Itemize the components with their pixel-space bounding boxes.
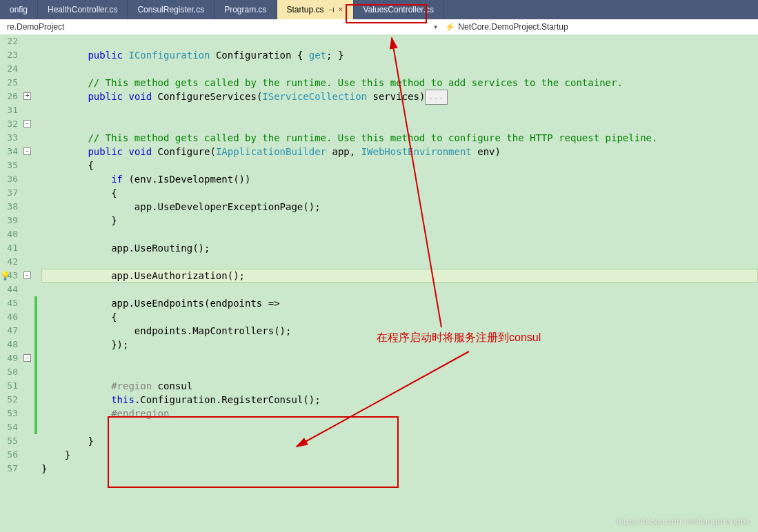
- line-number: 52: [0, 393, 18, 407]
- breadcrumb-bar: re.DemoProject ▼ ⚡ NetCore.DemoProject.S…: [0, 19, 758, 34]
- fold-toggle[interactable]: -: [23, 120, 31, 127]
- line-number: 53: [0, 407, 18, 420]
- code-line[interactable]: [41, 255, 758, 269]
- watermark: https://blog.csdn.net/liangmengbk: [616, 516, 750, 526]
- pin-icon[interactable]: ⊣: [328, 6, 335, 14]
- tab-label: onfig: [10, 5, 28, 14]
- tab-label: ConsulRegister.cs: [137, 5, 204, 14]
- line-number: 23: [0, 48, 18, 62]
- class-icon: ⚡: [445, 22, 455, 32]
- code-line[interactable]: [41, 283, 758, 296]
- line-number: 48: [0, 338, 18, 351]
- tab-label: Startup.cs: [287, 5, 324, 14]
- code-line[interactable]: [41, 103, 758, 117]
- line-number: 36: [0, 172, 18, 186]
- code-line[interactable]: [41, 117, 758, 131]
- code-line[interactable]: }: [41, 434, 758, 448]
- line-number: 46: [0, 310, 18, 324]
- tab-program-cs[interactable]: Program.cs: [215, 0, 277, 19]
- line-number: 35: [0, 158, 18, 172]
- breadcrumb-left-text: re.DemoProject: [7, 22, 64, 32]
- line-number: 45: [0, 296, 18, 310]
- collapsed-region[interactable]: ...: [425, 90, 448, 105]
- line-number: 54: [0, 420, 18, 434]
- line-number: 31: [0, 103, 18, 117]
- line-number: 44: [0, 283, 18, 296]
- code-line[interactable]: }: [41, 448, 758, 462]
- breadcrumb-dropdown-icon[interactable]: ▼: [432, 24, 438, 30]
- code-line[interactable]: }: [41, 214, 758, 227]
- line-number: 34: [0, 145, 18, 158]
- fold-toggle[interactable]: -: [23, 354, 31, 362]
- line-number: 22: [0, 34, 18, 48]
- code-line[interactable]: #endregion: [41, 407, 758, 420]
- line-number: 42: [0, 255, 18, 269]
- code-line[interactable]: public void Configure(IApplicationBuilde…: [41, 145, 758, 158]
- code-line[interactable]: app.UseDeveloperExceptionPage();: [41, 200, 758, 214]
- line-number: 38: [0, 200, 18, 214]
- line-number: 47: [0, 324, 18, 338]
- code-line[interactable]: // This method gets called by the runtim…: [41, 131, 758, 145]
- fold-gutter: +----: [21, 34, 34, 532]
- tab-valuescontroller-cs[interactable]: ValuesController.cs: [354, 0, 445, 19]
- code-line[interactable]: // This method gets called by the runtim…: [41, 76, 758, 90]
- tab-bar: onfigHealthController.csConsulRegister.c…: [0, 0, 758, 19]
- line-number: 32: [0, 117, 18, 131]
- line-number: 33: [0, 131, 18, 145]
- code-line[interactable]: public void ConfigureServices(IServiceCo…: [41, 90, 758, 103]
- line-number: 40: [0, 227, 18, 241]
- line-number: 57: [0, 462, 18, 475]
- code-editor[interactable]: public IConfiguration Configuration { ge…: [39, 34, 758, 532]
- code-line[interactable]: {: [41, 310, 758, 324]
- tab-startup-cs[interactable]: Startup.cs⊣×: [277, 0, 354, 19]
- line-number: 25: [0, 76, 18, 90]
- code-line[interactable]: {: [41, 186, 758, 200]
- line-number: 51: [0, 379, 18, 393]
- change-indicator: [34, 296, 37, 434]
- editor-area: 2223242526313233343536373839404142434445…: [0, 34, 758, 532]
- code-line[interactable]: [41, 34, 758, 48]
- line-number: 26: [0, 90, 18, 103]
- line-number: 41: [0, 241, 18, 255]
- line-number-gutter: 2223242526313233343536373839404142434445…: [0, 34, 21, 532]
- code-line[interactable]: {: [41, 158, 758, 172]
- fold-toggle[interactable]: +: [23, 92, 31, 100]
- code-line[interactable]: #region consul: [41, 379, 758, 393]
- line-number: 24: [0, 62, 18, 76]
- code-line[interactable]: }: [41, 462, 758, 475]
- code-line[interactable]: public IConfiguration Configuration { ge…: [41, 48, 758, 62]
- tab-label: ValuesController.cs: [363, 5, 435, 14]
- line-number: 39: [0, 214, 18, 227]
- fold-toggle[interactable]: -: [23, 147, 31, 155]
- code-line[interactable]: app.UseRouting();: [41, 241, 758, 255]
- code-line[interactable]: [41, 351, 758, 365]
- breadcrumb-right[interactable]: ⚡ NetCore.DemoProject.Startup: [438, 21, 575, 33]
- code-line[interactable]: if (env.IsDevelopment()): [41, 172, 758, 186]
- code-line[interactable]: [41, 365, 758, 379]
- line-number: 49: [0, 351, 18, 365]
- line-number: 50: [0, 365, 18, 379]
- code-line[interactable]: app.UseEndpoints(endpoints =>: [41, 296, 758, 310]
- code-line[interactable]: this.Configuration.RegisterConsul();: [41, 393, 758, 407]
- code-line[interactable]: 💡 app.UseAuthorization();: [41, 269, 758, 283]
- breadcrumb-left[interactable]: re.DemoProject: [0, 21, 71, 33]
- line-number: 37: [0, 186, 18, 200]
- line-number: 56: [0, 448, 18, 462]
- tab-healthcontroller-cs[interactable]: HealthController.cs: [38, 0, 128, 19]
- tab-consulregister-cs[interactable]: ConsulRegister.cs: [128, 0, 215, 19]
- code-line[interactable]: [41, 420, 758, 434]
- line-number: 55: [0, 434, 18, 448]
- fold-toggle[interactable]: -: [23, 272, 31, 279]
- tab-label: HealthController.cs: [48, 5, 117, 14]
- close-icon[interactable]: ×: [339, 5, 343, 14]
- breadcrumb-right-text: NetCore.DemoProject.Startup: [458, 22, 568, 32]
- tab-onfig[interactable]: onfig: [0, 0, 38, 19]
- code-line[interactable]: [41, 227, 758, 241]
- annotation-text: 在程序启动时将服务注册到consul: [377, 331, 541, 345]
- code-line[interactable]: [41, 62, 758, 76]
- lightbulb-icon[interactable]: 💡: [0, 269, 10, 278]
- tab-label: Program.cs: [224, 5, 266, 14]
